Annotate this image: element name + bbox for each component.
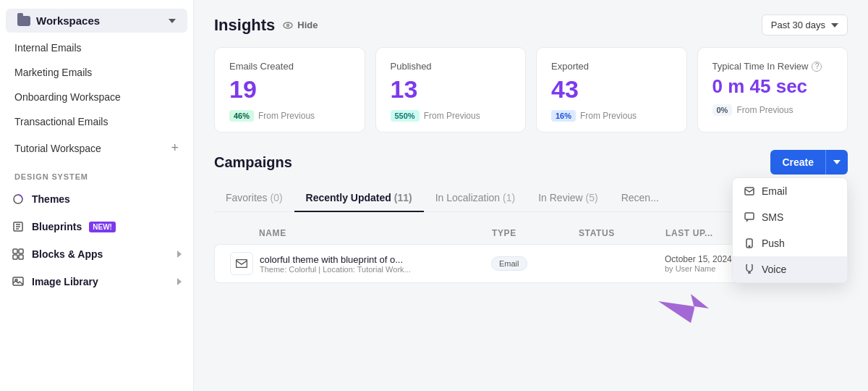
col-type: Type [492, 228, 579, 238]
svg-point-9 [287, 24, 289, 26]
stat-footer-exported: 16% From Previous [551, 110, 672, 122]
insights-header: Insights Hide Past 30 days [214, 14, 848, 35]
push-dropdown-icon [744, 238, 754, 248]
stat-badge-exported: 16% [551, 110, 576, 122]
email-dropdown-icon [744, 186, 754, 196]
sms-dropdown-icon [744, 212, 754, 222]
col-icon [223, 228, 259, 238]
stat-value-emails-created: 19 [229, 76, 350, 103]
dropdown-email-label: Email [762, 185, 787, 197]
dropdown-push-label: Push [762, 237, 785, 249]
info-icon[interactable]: ? [812, 62, 822, 72]
stat-title-published: Published [391, 61, 511, 72]
svg-rect-10 [745, 188, 754, 195]
period-label: Past 30 days [771, 20, 825, 30]
svg-rect-2 [13, 249, 17, 253]
dropdown-item-sms[interactable]: SMS [733, 204, 847, 230]
stat-badge-published: 550% [391, 110, 420, 122]
sidebar-item-tutorial-workspace[interactable]: Tutorial Workspace + [0, 134, 193, 162]
create-btn-arrow[interactable] [826, 154, 848, 171]
sidebar-item-themes[interactable]: Themes [0, 185, 193, 213]
campaigns-title: Campaigns [214, 154, 292, 171]
svg-rect-14 [237, 260, 247, 268]
voice-dropdown-icon [744, 264, 754, 274]
row-name-main: colorful theme with blueprint of o... [260, 254, 491, 265]
svg-marker-15 [658, 294, 709, 323]
image-icon [12, 275, 25, 288]
dropdown-item-voice[interactable]: Voice [733, 256, 847, 282]
stat-badge-typical-time: 0% [712, 104, 733, 116]
create-chevron-icon [833, 160, 841, 164]
stat-title-exported: Exported [551, 61, 672, 72]
arrow-svg [651, 287, 723, 330]
dropdown-sms-label: SMS [762, 211, 783, 223]
stat-footer-emails-created: 46% From Previous [229, 110, 350, 122]
chevron-right-icon [177, 251, 182, 258]
stat-from-typical-time: From Previous [736, 105, 793, 115]
tab-favorites[interactable]: Favorites (0) [214, 185, 294, 212]
stat-from-published: From Previous [424, 111, 480, 121]
stat-card-typical-time: Typical Time In Review ? 0 m 45 sec 0% F… [697, 47, 848, 133]
svg-rect-11 [745, 213, 754, 219]
workspace-label: Workspaces [36, 14, 100, 27]
theme-icon [12, 193, 25, 206]
insights-title: Insights [214, 16, 275, 35]
create-button-label: Create [770, 150, 825, 175]
tab-in-review[interactable]: In Review (5) [527, 185, 609, 212]
stat-footer-published: 550% From Previous [391, 110, 511, 122]
stat-from-exported: From Previous [580, 111, 637, 121]
sidebar-nav-items: Internal Emails Marketing Emails Onboard… [0, 35, 193, 162]
plus-icon[interactable]: + [171, 140, 179, 156]
svg-rect-3 [19, 249, 23, 253]
stat-value-published: 13 [391, 76, 511, 103]
sidebar-item-marketing-emails[interactable]: Marketing Emails [0, 60, 193, 85]
svg-rect-4 [13, 255, 17, 259]
tab-recent-other[interactable]: Recen... [610, 185, 671, 212]
row-name-cell: colorful theme with blueprint of o... Th… [260, 254, 491, 274]
stat-badge-emails-created: 46% [229, 110, 254, 122]
blocks-icon [12, 248, 25, 261]
row-type-cell: Email [491, 256, 578, 271]
tab-recently-updated[interactable]: Recently Updated (11) [294, 185, 424, 212]
sidebar-item-onboarding-workspace[interactable]: Onboarding Workspace [0, 85, 193, 109]
row-icon-cell [224, 252, 260, 275]
svg-point-8 [284, 22, 292, 28]
period-chevron-icon [831, 23, 838, 28]
workspace-button[interactable]: Workspaces [6, 9, 187, 33]
stat-card-emails-created: Emails Created 19 46% From Previous [214, 47, 365, 133]
tab-in-localization[interactable]: In Localization (1) [424, 185, 527, 212]
insights-title-group: Insights Hide [214, 16, 318, 35]
hide-button[interactable]: Hide [282, 20, 318, 31]
folder-icon [17, 16, 30, 26]
stat-title-emails-created: Emails Created [229, 61, 350, 72]
dropdown-item-email[interactable]: Email [733, 178, 847, 204]
stat-from-emails-created: From Previous [258, 111, 315, 121]
sidebar-item-transactional-emails[interactable]: Transactional Emails [0, 109, 193, 134]
sidebar-item-blocks-apps[interactable]: Blocks & Apps [0, 240, 193, 268]
arrow-annotation [651, 287, 723, 333]
sidebar-item-image-library[interactable]: Image Library [0, 268, 193, 295]
stat-card-exported: Exported 43 16% From Previous [536, 47, 687, 133]
stat-footer-typical-time: 0% From Previous [712, 104, 833, 116]
create-dropdown: Email SMS Push [732, 177, 848, 283]
design-system-label: DESIGN SYSTEM [0, 162, 193, 185]
stat-value-exported: 43 [551, 76, 672, 103]
blueprint-icon [12, 220, 25, 233]
row-name-sub: Theme: Colorful | Location: Tutorial Wor… [260, 265, 491, 274]
dropdown-voice-label: Voice [762, 264, 786, 275]
row-type-badge: Email [491, 256, 527, 271]
period-selector[interactable]: Past 30 days [762, 14, 848, 35]
sidebar-item-internal-emails[interactable]: Internal Emails [0, 35, 193, 60]
stat-value-typical-time: 0 m 45 sec [712, 76, 833, 97]
svg-rect-5 [19, 255, 23, 259]
svg-point-13 [749, 246, 750, 248]
create-button[interactable]: Create [770, 150, 848, 175]
row-email-icon [230, 252, 253, 275]
dropdown-item-push[interactable]: Push [733, 230, 847, 256]
email-row-icon [236, 259, 247, 268]
chevron-down-icon [169, 19, 176, 23]
create-button-wrapper: Create Email [770, 150, 848, 175]
col-status: Status [579, 228, 665, 238]
sidebar-item-blueprints[interactable]: Blueprints NEW! [0, 213, 193, 240]
stats-grid: Emails Created 19 46% From Previous Publ… [214, 47, 848, 133]
